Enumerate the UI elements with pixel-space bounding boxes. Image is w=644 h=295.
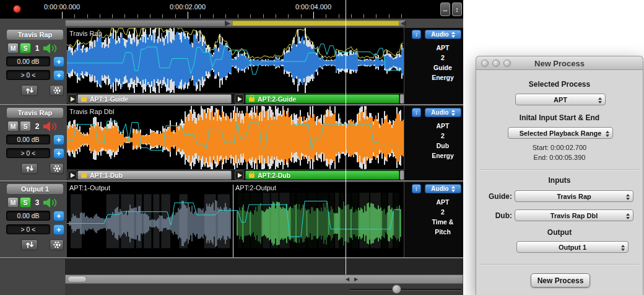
track-number: 2 [32,122,42,131]
gain-field[interactable]: 0.00 dB [6,134,50,144]
audio-type-dropdown[interactable]: Audio [425,184,461,193]
range-field[interactable]: > 0 < [6,148,50,158]
range-add-button[interactable]: + [53,224,64,235]
process-block-guide-2[interactable]: APT:2-Guide [245,94,399,103]
process-info: APT 2 Guide Energy [423,43,463,82]
gain-add-button[interactable]: + [53,134,64,145]
track-lane[interactable]: Travis Rap Dbl APT:1-Dub APT:2-Dub [67,106,404,180]
group-arrows-icon[interactable]: ↕ [412,108,421,117]
gain-field[interactable]: 0.00 dB [6,56,50,66]
time-label: 0:00:00.000 [44,3,80,11]
process-info-line: Dub [423,141,463,151]
track-name-button[interactable]: Travis Rap [6,29,64,40]
dialog-titlebar[interactable]: New Process [476,56,643,70]
vertical-zoom-button[interactable]: ↕ [452,2,462,16]
sort-arrows-button[interactable] [21,85,38,96]
playback-range-value: Selected Playback Range [520,130,602,137]
process-block-label: APT:2-Guide [258,95,296,103]
lock-icon [81,97,87,102]
track-name-button[interactable]: Output 1 [6,183,64,195]
range-add-button[interactable]: + [53,148,64,159]
range-field[interactable]: > 0 < [6,224,50,234]
output-heading: Output [476,228,643,237]
settings-gear-button[interactable] [50,85,64,96]
process-info-line: 2 [423,207,463,217]
range-field[interactable]: > 0 < [6,70,50,80]
dub-label: Dub: [479,211,512,220]
range-start-marker[interactable] [225,20,230,27]
zoom-slider-track[interactable] [350,289,461,291]
dub-value: Travis Rap Dbl [550,212,598,219]
play-block-button[interactable] [235,94,244,103]
range-add-button[interactable]: + [53,70,64,81]
guide-dropdown[interactable]: Travis Rap [515,190,633,202]
mute-button[interactable]: M [7,197,19,208]
solo-button[interactable]: S [20,121,31,131]
speaker-icon[interactable] [43,43,59,53]
up-down-arrows-icon [25,241,35,249]
chevron-updown-icon [598,97,602,103]
playhead[interactable] [346,0,346,275]
minor-ticks [62,14,402,18]
track-lane[interactable]: Travis Rap APT:1-Guide APT:2-Guide [67,28,404,104]
process-dropdown[interactable]: APT [515,94,606,105]
track-lane[interactable]: APT:1-Output APT:2-Output [67,182,404,257]
gain-field[interactable]: 0.00 dB [6,211,50,221]
speaker-icon[interactable] [43,198,59,208]
zoom-slider-knob[interactable] [392,284,401,294]
initial-input-heading: Inital Input Start & End [476,113,643,122]
playback-range-bar[interactable] [0,19,463,28]
speaker-icon[interactable] [43,121,59,131]
sort-arrows-button[interactable] [21,163,38,174]
sort-arrows-button[interactable] [21,239,38,250]
mute-button[interactable]: M [7,43,19,53]
play-block-button[interactable] [235,170,244,180]
chevron-updown-icon [451,32,455,38]
audio-type-dropdown[interactable]: Audio [425,108,461,117]
divider [479,169,640,170]
scrollbar-thumb[interactable] [67,276,87,283]
selected-playback-range[interactable] [232,20,399,26]
track-number: 1 [32,44,42,53]
horizontal-zoom-button[interactable]: ↔ [440,2,450,16]
play-icon [71,173,75,178]
solo-button[interactable]: S [20,43,31,53]
play-block-button[interactable] [67,170,77,180]
time-label: 0:00:02.000 [170,3,206,11]
process-block-label: APT:1-Guide [90,95,128,103]
dialog-title: New Process [476,59,643,68]
scroll-right-icon[interactable]: ▶ [354,276,358,282]
settings-gear-button[interactable] [50,239,64,250]
range-track[interactable] [65,20,406,27]
timeline-ruler[interactable]: 0:00:00.000 0:00:02.000 0:00:04.000 ↔ ↕ [0,0,463,19]
audio-type-dropdown[interactable]: Audio [425,30,461,39]
process-info-line: APT [423,43,463,53]
gain-add-button[interactable]: + [53,56,64,67]
process-block-dub-1[interactable]: APT:1-Dub [77,170,232,180]
play-block-button[interactable] [67,94,77,103]
chevron-updown-icon [451,186,455,192]
process-block-dub-2[interactable]: APT:2-Dub [245,170,399,180]
range-end-marker[interactable] [401,20,406,27]
process-info-line: 2 [423,131,463,141]
process-info: APT 2 Time & Pitch [423,197,463,237]
gain-add-button[interactable]: + [53,211,64,221]
playback-range-dropdown[interactable]: Selected Playback Range [508,127,613,139]
track-name-button[interactable]: Travis Rap [6,107,64,118]
group-arrows-icon[interactable]: ↕ [412,30,421,39]
process-info: APT 2 Dub Energy [423,121,463,161]
track-number: 3 [32,198,42,207]
output-dropdown[interactable]: Output 1 [516,241,629,253]
process-block-guide-1[interactable]: APT:1-Guide [77,94,232,103]
new-process-button[interactable]: New Process [531,273,590,288]
process-block-bar: APT:1-Guide APT:2-Guide [67,93,404,104]
solo-button[interactable]: S [20,197,31,208]
dub-dropdown[interactable]: Travis Rap Dbl [515,209,633,221]
settings-gear-button[interactable] [50,163,64,174]
process-info-line: Energy [423,73,463,82]
horizontal-scrollbar[interactable]: ◀ ▶ [65,275,463,284]
mute-button[interactable]: M [7,121,19,131]
track-output-panel: ↕ Audio APT 2 Guide Energy [404,28,463,104]
scroll-left-icon[interactable]: ◀ [346,276,349,282]
group-arrows-icon[interactable]: ↕ [412,184,421,193]
